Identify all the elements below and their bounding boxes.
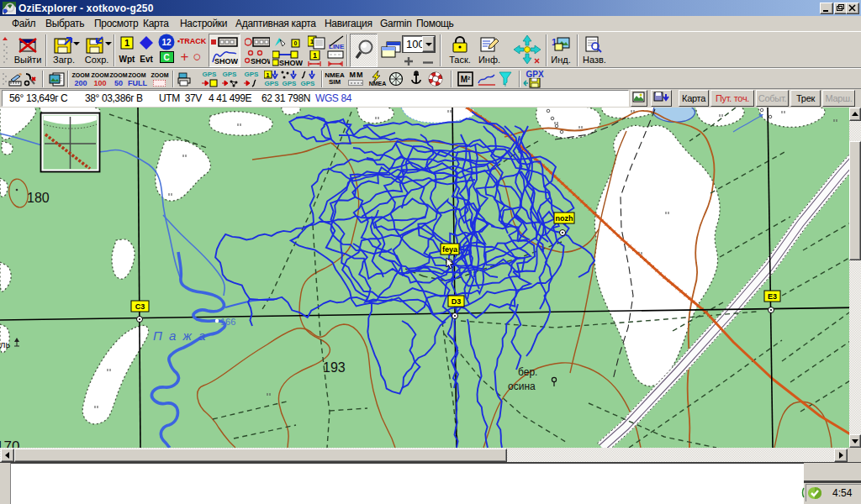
svg-text:170: 170 — [0, 438, 19, 448]
svg-text:M²: M² — [461, 75, 471, 84]
svg-text:D3: D3 — [452, 297, 462, 306]
svg-text:SHOW: SHOW — [251, 57, 270, 66]
svg-text:SHOW: SHOW — [279, 59, 303, 66]
svg-text:0: 0 — [294, 40, 298, 46]
svg-text:1: 1 — [266, 71, 270, 79]
svg-text:LINE: LINE — [329, 43, 345, 50]
svg-text:193: 193 — [323, 360, 346, 375]
svg-text:C3: C3 — [135, 302, 145, 311]
svg-text:12: 12 — [161, 38, 172, 47]
svg-text:166: 166 — [220, 317, 235, 327]
svg-text:1: 1 — [124, 38, 129, 48]
svg-text:C: C — [163, 53, 169, 62]
svg-text:feya: feya — [442, 245, 458, 254]
svg-text:nozh: nozh — [556, 214, 573, 223]
svg-text:180: 180 — [27, 191, 50, 205]
svg-text:SHOW: SHOW — [214, 57, 238, 66]
svg-text:П а ж а: П а ж а — [153, 328, 207, 343]
svg-text:ль: ль — [0, 339, 10, 349]
svg-text:осина: осина — [508, 381, 536, 392]
svg-text:E3: E3 — [768, 292, 777, 301]
svg-text:бер.: бер. — [518, 366, 537, 378]
svg-text:1: 1 — [313, 51, 317, 60]
